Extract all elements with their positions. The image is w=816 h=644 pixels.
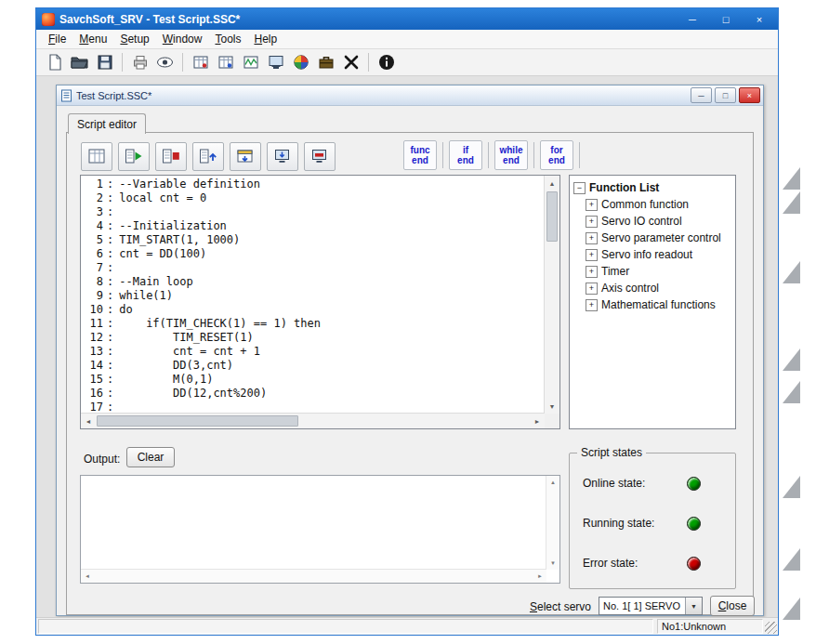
scrollbar-thumb[interactable] <box>97 415 298 427</box>
info-button[interactable] <box>374 51 399 74</box>
register-table-2-icon <box>217 54 234 71</box>
resize-grip[interactable] <box>765 622 777 634</box>
output-label: Output: <box>84 453 120 466</box>
code-line: 9 : while(1) <box>81 289 545 303</box>
decorative-triangle <box>783 381 800 403</box>
monitor-button[interactable] <box>263 51 288 74</box>
snippet-button[interactable]: for end <box>540 140 573 170</box>
monitor-script-button[interactable] <box>304 142 336 171</box>
monitor-reg-icon <box>310 148 329 164</box>
output-box[interactable]: ▲ ▼ ◄ ► <box>80 475 560 584</box>
palette-button[interactable] <box>288 51 313 74</box>
close-button[interactable]: × <box>743 8 776 30</box>
print-button[interactable] <box>127 51 152 74</box>
expand-icon[interactable]: + <box>586 299 598 311</box>
gutter-separator: : <box>103 261 119 275</box>
save-icon <box>97 54 113 71</box>
expand-icon[interactable]: + <box>586 266 598 278</box>
child-close-button[interactable]: × <box>739 87 760 103</box>
menu-item[interactable]: Window <box>156 31 209 47</box>
expand-icon[interactable]: + <box>586 232 598 244</box>
scroll-left-icon[interactable]: ◄ <box>81 570 94 583</box>
code-area[interactable]: 1 : --Variable definition 2 : local cnt … <box>81 176 545 414</box>
scroll-left-icon[interactable]: ◄ <box>81 414 96 428</box>
run-script-button[interactable] <box>118 142 150 171</box>
tab-label: Script editor <box>77 118 137 131</box>
servo-select[interactable]: No. 1[ 1] SERVO ▼ <box>599 597 703 615</box>
collapse-icon[interactable]: − <box>573 182 586 194</box>
tree-item[interactable]: + Common function <box>572 196 733 213</box>
menu-item[interactable]: Tools <box>208 31 247 47</box>
tree-item[interactable]: + Servo info readout <box>572 246 733 263</box>
scroll-up-icon[interactable]: ▲ <box>546 476 559 489</box>
expand-icon[interactable]: + <box>586 283 598 295</box>
new-file-button[interactable] <box>42 51 67 74</box>
child-restore-button[interactable]: □ <box>715 87 736 103</box>
check-script-button[interactable] <box>81 142 112 171</box>
line-number: 4 <box>81 219 103 233</box>
scope-button[interactable] <box>238 51 263 74</box>
tree-root[interactable]: − Function List <box>572 179 733 196</box>
close-script-button[interactable]: Close <box>710 596 755 616</box>
function-list-panel[interactable]: − Function List + Common function <box>569 175 736 429</box>
gutter-separator: : <box>103 289 119 303</box>
download-script-button[interactable] <box>267 142 298 171</box>
code-text: --Main loop <box>119 275 192 289</box>
scroll-up-icon[interactable]: ▲ <box>545 176 559 191</box>
preview-button[interactable] <box>152 51 178 74</box>
snippet-button[interactable]: while end <box>494 140 528 170</box>
save-script-button[interactable] <box>230 142 261 171</box>
scroll-down-icon[interactable]: ▼ <box>546 557 559 570</box>
tab-script-editor[interactable]: Script editor <box>68 113 146 134</box>
tools-button[interactable] <box>338 51 363 74</box>
tree-item[interactable]: + Servo IO control <box>572 213 733 230</box>
tree-item[interactable]: + Servo parameter control <box>572 230 733 246</box>
menu-item[interactable]: Setup <box>113 31 155 47</box>
scroll-down-icon[interactable]: ▼ <box>545 399 559 414</box>
menu-item[interactable]: Help <box>247 31 283 47</box>
upload-script-button[interactable] <box>192 142 224 171</box>
expand-icon[interactable]: + <box>586 249 598 261</box>
menu-item[interactable]: Menu <box>72 31 113 47</box>
script-window-title-bar[interactable]: Test Script.SSC* ─ □ × <box>57 85 763 106</box>
child-minimize-button[interactable]: ─ <box>691 87 712 103</box>
scrollbar-thumb[interactable] <box>546 191 558 242</box>
eye-icon <box>156 54 174 71</box>
main-toolbar <box>36 49 778 76</box>
register-table-button[interactable] <box>188 51 213 74</box>
state-label: Online state: <box>583 477 645 490</box>
maximize-button[interactable]: □ <box>709 8 743 30</box>
expand-icon[interactable]: + <box>586 199 598 211</box>
output-vertical-scrollbar[interactable]: ▲ ▼ <box>546 476 559 570</box>
minimize-button[interactable]: ─ <box>676 8 709 30</box>
scroll-right-icon[interactable]: ► <box>533 570 546 583</box>
save-button[interactable] <box>92 51 117 74</box>
tree-item[interactable]: + Timer <box>572 263 733 280</box>
clear-button[interactable]: Clear <box>126 447 175 467</box>
decorative-triangle <box>783 348 800 371</box>
snippet-button[interactable]: func end <box>403 140 437 170</box>
register-table-2-button[interactable] <box>213 51 238 74</box>
line-number: 17 <box>81 401 103 414</box>
snippet-button[interactable]: if end <box>449 140 482 170</box>
horizontal-scrollbar[interactable]: ◄ ► <box>81 413 545 428</box>
tree-root-label: Function List <box>589 181 659 194</box>
stop-script-button[interactable] <box>155 142 187 171</box>
script-window: Test Script.SSC* ─ □ × Script editor <box>56 85 764 616</box>
menu-item[interactable]: File <box>42 31 72 47</box>
snippet-line1: while <box>499 145 522 155</box>
output-horizontal-scrollbar[interactable]: ◄ ► <box>81 569 546 583</box>
briefcase-button[interactable] <box>313 51 338 74</box>
toolbar-separator <box>122 53 123 72</box>
tree-item[interactable]: + Mathematical functions <box>572 296 733 313</box>
vertical-scrollbar[interactable]: ▲ ▼ <box>544 176 559 414</box>
script-states-group: Script states Online state: Running stat… <box>569 453 736 589</box>
code-editor[interactable]: 1 : --Variable definition 2 : local cnt … <box>80 175 560 429</box>
scroll-right-icon[interactable]: ► <box>530 414 545 428</box>
title-bar[interactable]: SavchSoft_SRV - Test Script.SSC* ─ □ × <box>36 8 778 30</box>
chevron-down-icon[interactable]: ▼ <box>685 598 702 614</box>
code-text: do <box>119 303 132 317</box>
open-file-button[interactable] <box>67 51 92 74</box>
expand-icon[interactable]: + <box>586 216 598 228</box>
tree-item[interactable]: + Axis control <box>572 280 733 296</box>
